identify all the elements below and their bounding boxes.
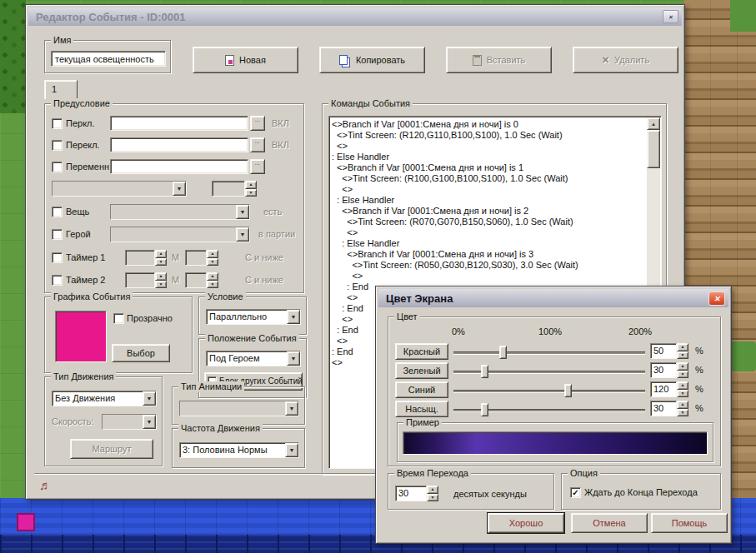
editor-close-button[interactable]: ✕: [663, 10, 678, 23]
channel-slider[interactable]: [453, 364, 645, 379]
route-label: Маршрут: [93, 444, 132, 454]
copy-event-button[interactable]: Копировать: [319, 47, 425, 73]
slider-thumb[interactable]: [499, 346, 507, 359]
transition-time-value[interactable]: 30: [395, 486, 427, 501]
choose-graphic-button[interactable]: Выбор: [112, 344, 170, 362]
timer2-seconds-spinner: ▲▼: [185, 272, 218, 288]
switch2-checkbox[interactable]: [52, 140, 63, 151]
movement-frequency-select[interactable]: 3: Половина Нормы ▼: [179, 442, 299, 458]
channel-slider[interactable]: [453, 402, 645, 417]
event-commands-group-title: Команды События: [328, 98, 413, 109]
down-arrow-icon: ▼: [159, 260, 163, 264]
route-button: Маршрут: [70, 439, 153, 459]
spin-up-button[interactable]: ▲: [677, 381, 688, 390]
spin-down-button: ▼: [155, 258, 167, 267]
dropdown-button[interactable]: ▼: [285, 443, 298, 457]
spin-down-button: ▼: [155, 281, 167, 289]
variable-checkbox[interactable]: [52, 162, 63, 172]
channel-spinner-value[interactable]: 30: [650, 401, 677, 416]
name-group-title: Имя: [51, 35, 73, 46]
tint-preview: [403, 431, 708, 455]
spin-up-button[interactable]: ▲: [677, 343, 688, 351]
tab-page-1-label: 1: [52, 84, 57, 94]
spin-down-button[interactable]: ▼: [677, 371, 688, 379]
command-line: <>Tint Screen: (R120,G110,B100,S100), 1.…: [332, 130, 644, 141]
delete-event-button: ✕ Удалить: [573, 47, 678, 73]
channel-slider[interactable]: [453, 345, 645, 360]
screen-color-dialog: Цвет Экрана ✕ Цвет 0% 100% 200% Красный: [375, 286, 732, 544]
ellipsis-icon: ...: [255, 138, 260, 144]
dropdown-button[interactable]: ▼: [143, 391, 156, 406]
channel-spinner-value[interactable]: 30: [650, 362, 677, 378]
item-value: [111, 205, 236, 219]
event-graphic-group: Графика События Прозрачно Выбор: [44, 296, 193, 373]
spin-up-button: ▲: [207, 272, 218, 281]
dropdown-button: ▼: [236, 205, 249, 219]
channel-spinner[interactable]: 30 ▲▼: [650, 362, 688, 378]
transparent-checkbox[interactable]: [113, 313, 124, 324]
wait-until-done-checkbox[interactable]: ✓: [570, 487, 581, 498]
event-position-group-title: Положение События: [205, 333, 299, 344]
position-select[interactable]: Под Героем ▼: [206, 351, 301, 366]
condition-select[interactable]: Параллельно ▼: [206, 309, 301, 325]
spin-up-button[interactable]: ▲: [427, 486, 438, 494]
command-line: : Else Handler: [332, 238, 644, 249]
slider-thumb[interactable]: [481, 365, 488, 378]
command-line: <>Branch if Var [0001:Смена дня и ночи] …: [332, 119, 644, 130]
timer1-checkbox[interactable]: [52, 252, 63, 263]
spin-down-button[interactable]: ▼: [677, 351, 688, 360]
item-select: ▼: [110, 204, 250, 220]
channel-spinner-value[interactable]: 50: [650, 343, 677, 359]
copy-icon: [339, 55, 348, 65]
slider-track[interactable]: [453, 390, 645, 392]
transparent-label: Прозрачно: [127, 311, 173, 326]
color-dialog-close-button[interactable]: ✕: [708, 291, 725, 306]
channel-spinner[interactable]: 30 ▲▼: [650, 401, 688, 416]
editor-window-title: Редактор События - ID:0001: [36, 11, 185, 23]
slider-thumb[interactable]: [564, 384, 572, 397]
channel-spinner[interactable]: 50 ▲▼: [650, 343, 688, 359]
help-label: Помощь: [672, 518, 708, 528]
transition-time-spinner[interactable]: 30 ▲▼: [395, 486, 438, 501]
movement-frequency-value: 3: Половина Нормы: [180, 443, 285, 457]
spin-down-button[interactable]: ▼: [427, 494, 438, 502]
event-sprite-preview: [55, 311, 107, 362]
channel-spinner-value[interactable]: 120: [650, 381, 677, 397]
up-arrow-icon: ▲: [211, 274, 215, 278]
spin-down-button[interactable]: ▼: [677, 409, 688, 417]
timer2-checkbox[interactable]: [52, 275, 63, 286]
movement-type-select[interactable]: Без Движения ▼: [52, 391, 157, 406]
event-name-input[interactable]: текущая освещенность: [51, 51, 166, 67]
new-event-button[interactable]: Новая: [193, 47, 298, 73]
spin-up-button: ▲: [155, 272, 167, 281]
spin-up-button[interactable]: ▲: [677, 401, 688, 409]
item-checkbox[interactable]: [52, 207, 63, 217]
spin-up-button[interactable]: ▲: [677, 362, 688, 371]
command-line: <>Branch if Var [0001:Смена дня и ночи] …: [332, 249, 644, 260]
cancel-button[interactable]: Отмена: [571, 513, 648, 533]
ok-button[interactable]: Хорошо: [488, 513, 564, 533]
color-channel-row: Насыщ. 30 ▲▼ %: [393, 400, 720, 419]
editor-titlebar[interactable]: Редактор События - ID:0001 ✕: [28, 7, 682, 26]
slider-thumb[interactable]: [481, 403, 488, 416]
hero-checkbox[interactable]: [52, 229, 63, 240]
tab-page-1[interactable]: 1: [44, 80, 78, 99]
down-arrow-icon: ▼: [249, 191, 253, 195]
channel-slider[interactable]: [453, 383, 645, 398]
slider-track[interactable]: [453, 351, 645, 354]
help-button[interactable]: Помощь: [651, 513, 728, 533]
music-note-icon: ♬: [39, 478, 52, 492]
spin-down-button[interactable]: ▼: [677, 390, 688, 398]
position-value: Под Героем: [207, 351, 287, 366]
transition-time-group: Время Перехода 30 ▲▼ десятых секунды: [388, 473, 554, 510]
switch1-checkbox[interactable]: [52, 118, 63, 129]
color-dialog-titlebar[interactable]: Цвет Экрана ✕: [378, 289, 728, 307]
scroll-thumb[interactable]: [647, 130, 660, 168]
dropdown-button[interactable]: ▼: [287, 351, 300, 366]
dropdown-button[interactable]: ▼: [287, 310, 300, 324]
up-arrow-icon: ▲: [681, 364, 685, 368]
scroll-up-button[interactable]: ▲: [647, 117, 660, 130]
channel-spinner[interactable]: 120 ▲▼: [650, 381, 688, 397]
spin-up-button: ▲: [207, 250, 218, 258]
variable-compare-spin-value: [212, 181, 245, 197]
